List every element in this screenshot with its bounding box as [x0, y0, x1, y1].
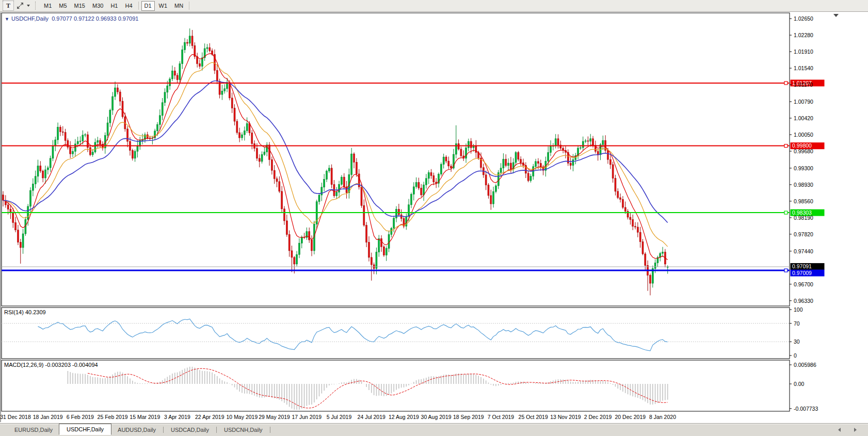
tab-scroll-right-icon[interactable] [854, 428, 857, 432]
tab-separator [216, 427, 217, 433]
styler-dropdown-caret[interactable] [27, 5, 30, 7]
candle-body [169, 79, 171, 86]
chart-tab-usdchf[interactable]: USDCHF,Daily [59, 424, 111, 435]
hline-handle[interactable] [784, 211, 787, 214]
tab-scroll-left-icon[interactable] [838, 428, 841, 432]
timeframe-button-m5[interactable]: M5 [56, 1, 70, 11]
price-axis-tick-label: 1.00790 [794, 99, 813, 105]
candle-body [620, 198, 621, 199]
candle-body [408, 205, 410, 217]
date-axis-label: 12 Aug 2019 [389, 414, 419, 420]
candle-body [37, 166, 39, 176]
tab-scroll-arrows [838, 428, 857, 432]
tab-separator [270, 427, 270, 433]
candle-body [465, 148, 467, 158]
timeframe-button-w1[interactable]: W1 [156, 1, 171, 11]
text-tool-button[interactable]: T [3, 1, 14, 11]
candle-body [505, 159, 507, 166]
chart-tab-usdcnh[interactable]: USDCNH,Daily [218, 425, 269, 434]
candle-body [428, 173, 429, 179]
candle-body [490, 196, 492, 204]
candle-body [366, 225, 367, 243]
candle-body [537, 162, 539, 164]
candle-body [40, 166, 41, 171]
candle-body [485, 175, 487, 185]
rsi-axis-tick-label: 100 [794, 306, 803, 313]
candle-body [50, 158, 51, 168]
candle-body [298, 243, 300, 254]
candle-body [328, 168, 330, 171]
candle-body [488, 185, 489, 196]
candle-body [85, 135, 86, 135]
candle-body [318, 195, 320, 202]
top-toolbar: T M1M5M15M30H1H4D1W1MN [0, 0, 868, 12]
candle-body [503, 159, 504, 168]
candle-body [378, 239, 380, 252]
candle-body [82, 135, 84, 141]
timeframe-button-h4[interactable]: H4 [122, 1, 135, 11]
candle-body [244, 131, 245, 135]
hline-label-0.97009-text: 0.97009 [792, 270, 812, 276]
candle-body [455, 143, 457, 154]
timeframe-button-d1[interactable]: D1 [141, 1, 155, 11]
date-axis-label: 18 Sep 2019 [453, 414, 484, 420]
candle-body [231, 98, 233, 108]
date-axis-label: 6 Feb 2019 [67, 414, 94, 420]
macd-indicator-label: MACD(12,26,9) -0.003203 -0.004094 [4, 362, 98, 368]
candle-body [425, 179, 427, 185]
current-price-label-text: 0.97091 [792, 263, 812, 269]
date-axis-label: 3 Apr 2019 [164, 414, 190, 420]
candle-body [15, 222, 17, 230]
candle-body [458, 143, 459, 149]
macd-axis-tick-label: 0.00 [794, 381, 805, 387]
candle-body [356, 162, 357, 174]
candle-body [309, 232, 310, 240]
candle-body [510, 163, 511, 169]
candle-body [109, 110, 111, 123]
chart-shift-marker[interactable] [833, 14, 839, 17]
candle-body [336, 192, 337, 196]
candle-body [451, 166, 452, 168]
candle-body [343, 177, 345, 187]
candle-body [74, 144, 76, 151]
chart-tab-usdcad[interactable]: USDCAD,Daily [165, 425, 215, 434]
candle-body [221, 91, 223, 94]
candle-body [398, 209, 399, 215]
candle-body [376, 252, 377, 269]
candle-body [388, 234, 390, 248]
candle-body [339, 184, 340, 192]
candle-body [77, 141, 78, 144]
candle-body [321, 187, 323, 195]
candle-body [393, 218, 395, 229]
candle-body [649, 275, 651, 283]
chart-title-symbol: USDCHF,Daily [11, 15, 49, 22]
chart-title-ohlc: 0.97077 0.97122 0.96933 0.97091 [52, 15, 138, 22]
timeframe-button-mn[interactable]: MN [171, 1, 186, 11]
collapse-triangle-icon[interactable]: ▼ [5, 17, 9, 22]
candle-body [286, 221, 287, 235]
candle-body [406, 216, 407, 226]
timeframe-button-m1[interactable]: M1 [41, 1, 55, 11]
price-axis-tick-label: 0.96700 [794, 281, 813, 287]
candle-body [615, 178, 616, 191]
candle-body [32, 184, 34, 191]
timeframe-button-h1[interactable]: H1 [107, 1, 121, 11]
styler-tool-button[interactable] [15, 1, 25, 10]
hline-handle[interactable] [784, 269, 787, 272]
chart-tab-eurusd[interactable]: EURUSD,Daily [8, 425, 59, 434]
timeframe-button-m30[interactable]: M30 [89, 1, 106, 11]
chart-tab-audusd[interactable]: AUDUSD,Daily [111, 425, 162, 434]
candle-body [368, 242, 369, 257]
hline-handle[interactable] [784, 144, 787, 148]
candle-body [535, 162, 537, 167]
date-axis-label: 30 Aug 2019 [421, 414, 452, 420]
candle-body [157, 124, 158, 131]
candle-body [433, 175, 435, 182]
candle-body [602, 140, 604, 144]
candle-body [47, 168, 49, 170]
candle-body [400, 215, 402, 218]
hline-handle[interactable] [784, 82, 787, 85]
macd-axis-tick-label: 0.005986 [794, 362, 816, 368]
timeframe-button-m15[interactable]: M15 [71, 1, 88, 11]
candle-body [324, 179, 325, 187]
